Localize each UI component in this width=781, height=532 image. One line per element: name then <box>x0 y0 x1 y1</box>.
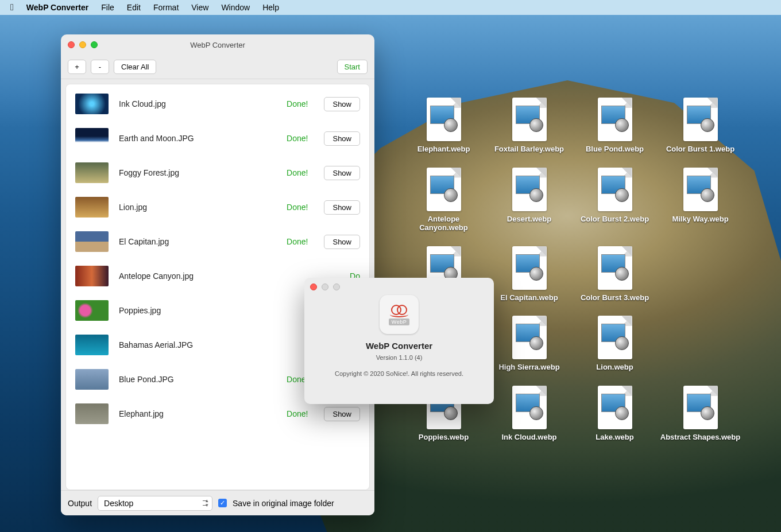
file-name: El Capitan.jpg <box>119 237 169 246</box>
file-icon <box>598 98 632 141</box>
file-row[interactable]: Earth and Moon.JPGDone!Show <box>66 121 369 156</box>
file-status: Done! <box>287 168 308 177</box>
desktop-file[interactable]: Milky Way.webp <box>659 168 742 232</box>
titlebar[interactable]: WebP Converter <box>61 34 374 55</box>
desktop-file-label: Poppies.webp <box>419 433 469 442</box>
desktop-file-label: Ink Cloud.webp <box>501 433 556 442</box>
file-name: Lion.jpg <box>119 203 147 212</box>
file-name: Bahamas Aerial.JPG <box>119 340 193 350</box>
file-row[interactable]: El Capitan.jpgDone!Show <box>66 224 369 259</box>
menu-view[interactable]: View <box>191 3 208 12</box>
desktop-file[interactable]: Foxtail Barley.webp <box>488 98 571 154</box>
apple-menu-icon[interactable]:  <box>10 2 14 13</box>
desktop-file[interactable]: High Sierra.webp <box>488 316 571 372</box>
desktop-file-label: Color Burst 3.webp <box>581 293 649 302</box>
app-menu[interactable]: WebP Converter <box>26 3 88 12</box>
save-original-label: Save in original image folder <box>233 499 334 508</box>
file-row[interactable]: Foggy Forest.jpgDone!Show <box>66 156 369 190</box>
menu-format[interactable]: Format <box>153 3 179 12</box>
file-status: Done! <box>287 203 308 212</box>
file-icon <box>683 386 718 429</box>
menubar:  WebP Converter File Edit Format View W… <box>0 0 781 15</box>
file-thumbnail <box>75 94 109 114</box>
file-name: Antelope Canyon.jpg <box>119 271 194 281</box>
output-label: Output <box>68 499 92 508</box>
file-thumbnail <box>75 266 109 286</box>
about-close-button[interactable] <box>310 284 317 290</box>
menu-help[interactable]: Help <box>262 3 279 12</box>
file-status: Done! <box>287 237 308 246</box>
desktop-file[interactable]: Ink Cloud.webp <box>488 386 571 442</box>
file-icon <box>598 316 632 359</box>
file-row[interactable]: Lion.jpgDone!Show <box>66 190 369 224</box>
desktop-file-label: El Capitan.webp <box>500 293 558 302</box>
output-location-value: Desktop <box>104 499 133 508</box>
file-icon <box>512 98 547 141</box>
desktop-file-label: High Sierra.webp <box>498 363 559 372</box>
file-thumbnail <box>75 300 109 321</box>
converter-window: WebP Converter + - Clear All Start Ink C… <box>61 34 374 515</box>
file-icon <box>598 386 632 429</box>
output-location-dropdown[interactable]: Desktop ▴▾ <box>98 496 212 511</box>
desktop-file-label: Color Burst 2.webp <box>581 215 649 224</box>
file-icon <box>598 246 632 290</box>
window-title: WebP Converter <box>61 41 374 49</box>
file-status: Done! <box>287 134 308 143</box>
about-minimize-button <box>322 284 328 290</box>
file-name: Earth and Moon.JPG <box>119 134 194 143</box>
file-thumbnail <box>75 231 109 252</box>
show-button[interactable]: Show <box>324 166 360 180</box>
desktop-file-label: Antelope Canyon.webp <box>404 215 484 232</box>
app-icon: WebP <box>380 295 419 334</box>
file-icon <box>683 168 718 211</box>
show-button[interactable]: Show <box>324 235 360 249</box>
desktop-file[interactable]: El Capitan.webp <box>488 246 571 302</box>
desktop-file-label: Milky Way.webp <box>672 215 728 224</box>
about-zoom-button <box>333 284 340 290</box>
file-name: Foggy Forest.jpg <box>119 168 179 177</box>
save-original-checkbox[interactable]: ✓ <box>218 499 227 507</box>
show-button[interactable]: Show <box>324 200 360 215</box>
desktop-file[interactable]: Color Burst 1.webp <box>659 98 742 154</box>
desktop-file[interactable]: Lake.webp <box>573 386 656 442</box>
file-status: Done! <box>287 99 308 108</box>
about-window: WebP WebP Converter Version 1.1.0 (4) Co… <box>304 278 494 404</box>
file-thumbnail <box>75 403 109 424</box>
desktop-file[interactable]: Antelope Canyon.webp <box>402 168 485 232</box>
remove-button[interactable]: - <box>91 60 109 74</box>
desktop-file[interactable]: Abstract Shapes.webp <box>659 386 742 442</box>
file-row[interactable]: Ink Cloud.jpgDone!Show <box>66 87 369 121</box>
menu-window[interactable]: Window <box>221 3 250 12</box>
toolbar: + - Clear All Start <box>61 55 374 79</box>
knot-icon <box>389 304 409 317</box>
desktop-file[interactable]: Lion.webp <box>573 316 656 372</box>
start-button[interactable]: Start <box>337 60 368 74</box>
show-button[interactable]: Show <box>324 407 360 421</box>
file-status: Done! <box>287 409 308 418</box>
file-icon <box>512 246 547 290</box>
desktop-file[interactable]: Elephant.webp <box>402 98 485 154</box>
file-thumbnail <box>75 369 109 390</box>
file-icon <box>683 98 718 141</box>
clear-all-button[interactable]: Clear All <box>114 60 156 74</box>
file-name: Ink Cloud.jpg <box>119 99 166 108</box>
desktop-file[interactable]: Desert.webp <box>488 168 571 232</box>
desktop-file-label: Color Burst 1.webp <box>666 145 734 154</box>
show-button[interactable]: Show <box>324 97 360 111</box>
desktop-file[interactable]: Blue Pond.webp <box>573 98 656 154</box>
desktop-file-label: Abstract Shapes.webp <box>660 433 740 442</box>
desktop-file-label: Lake.webp <box>596 433 633 442</box>
desktop-file-label: Blue Pond.webp <box>586 145 644 154</box>
desktop-file[interactable]: Color Burst 2.webp <box>573 168 656 232</box>
menu-file[interactable]: File <box>101 3 114 12</box>
show-button[interactable]: Show <box>324 131 360 146</box>
add-button[interactable]: + <box>68 60 86 74</box>
about-copyright: Copyright © 2020 SoNice!. All rights res… <box>335 370 463 377</box>
about-traffic-lights <box>310 284 340 290</box>
desktop-file[interactable]: Color Burst 3.webp <box>573 246 656 302</box>
menu-edit[interactable]: Edit <box>127 3 141 12</box>
file-icon <box>427 168 461 211</box>
desktop-file-label: Lion.webp <box>596 363 633 372</box>
file-icon <box>427 98 461 141</box>
file-name: Elephant.jpg <box>119 409 164 418</box>
